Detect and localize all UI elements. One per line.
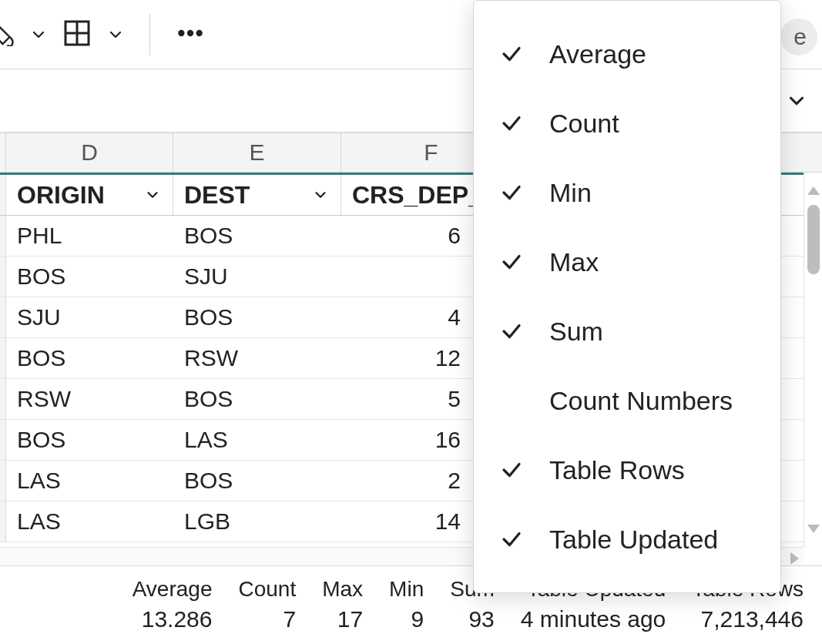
summary-label: Average: [133, 575, 213, 604]
summary-label: Count: [238, 575, 296, 604]
column-letter[interactable]: D: [6, 133, 173, 172]
check-icon-empty: [494, 383, 529, 418]
cell-origin[interactable]: PHL: [6, 216, 173, 256]
cell-crs[interactable]: 5: [341, 379, 472, 419]
filter-dropdown-icon[interactable]: [142, 184, 163, 206]
borders-dropdown[interactable]: [106, 25, 125, 44]
summary-context-menu: Average Count Min Max Sum Count Numbers …: [473, 0, 781, 593]
svg-point-3: [179, 30, 184, 35]
scroll-right-icon[interactable]: [790, 552, 799, 565]
secondary-bar-expand[interactable]: [785, 89, 808, 112]
row-gutter: [0, 257, 6, 297]
column-header-label: CRS_DEP_: [352, 181, 482, 210]
paint-bucket-icon[interactable]: [0, 23, 15, 46]
row-gutter: [0, 379, 6, 419]
check-icon: [494, 522, 529, 557]
check-icon: [494, 314, 529, 349]
toolbar-group-paint: [8, 23, 48, 46]
cell-crs[interactable]: 12: [341, 338, 472, 378]
menu-item-label: Min: [549, 178, 592, 208]
borders-icon[interactable]: [62, 18, 92, 52]
cell-crs[interactable]: 2: [341, 461, 472, 501]
column-letter[interactable]: E: [173, 133, 341, 172]
cell-crs[interactable]: 16: [341, 420, 472, 460]
summary-min[interactable]: Min 9: [389, 575, 424, 635]
menu-item-label: Max: [549, 247, 599, 277]
column-header-dest[interactable]: DEST: [173, 175, 341, 215]
cell-crs[interactable]: 14: [341, 501, 472, 542]
cell-dest[interactable]: BOS: [173, 216, 341, 256]
column-header-label: ORIGIN: [17, 181, 105, 210]
cell-dest[interactable]: RSW: [173, 338, 341, 378]
cell-origin[interactable]: RSW: [6, 379, 173, 419]
menu-item-table-rows[interactable]: Table Rows: [474, 435, 780, 505]
menu-item-table-updated[interactable]: Table Updated: [474, 505, 780, 574]
row-gutter: [0, 420, 6, 460]
menu-item-max[interactable]: Max: [474, 227, 780, 297]
scroll-thumb[interactable]: [807, 205, 820, 274]
summary-label: Min: [389, 575, 424, 604]
paint-bucket-dropdown[interactable]: [29, 25, 48, 44]
cell-dest[interactable]: BOS: [173, 379, 341, 419]
scroll-down-icon[interactable]: [807, 525, 820, 533]
cell-crs[interactable]: [341, 257, 472, 297]
row-gutter: [0, 461, 6, 501]
cell-origin[interactable]: BOS: [6, 420, 173, 460]
summary-average[interactable]: Average 13.286: [133, 575, 213, 635]
cell-crs[interactable]: 6: [341, 216, 472, 256]
row-gutter: [0, 297, 6, 337]
toolbar-group-borders: [62, 18, 125, 52]
column-header-label: DEST: [184, 181, 250, 210]
cell-dest[interactable]: BOS: [173, 297, 341, 337]
menu-item-label: Count: [549, 109, 619, 139]
summary-value: 9: [411, 604, 424, 636]
svg-point-4: [188, 30, 193, 35]
menu-item-label: Table Rows: [549, 455, 685, 485]
check-icon: [494, 106, 529, 141]
row-gutter: [0, 133, 6, 172]
summary-value: 4 minutes ago: [521, 604, 666, 636]
scroll-up-icon[interactable]: [807, 186, 820, 195]
menu-item-label: Sum: [549, 317, 603, 347]
svg-point-5: [196, 30, 202, 35]
column-header-origin[interactable]: ORIGIN: [6, 175, 173, 215]
check-icon: [494, 452, 529, 488]
summary-label: Max: [322, 575, 363, 604]
menu-item-count-numbers[interactable]: Count Numbers: [474, 366, 780, 435]
row-gutter: [0, 501, 6, 542]
menu-item-label: Average: [549, 39, 646, 69]
summary-value: 93: [468, 604, 494, 636]
cell-origin[interactable]: BOS: [6, 257, 173, 297]
summary-value: 13.286: [142, 604, 213, 636]
toolbar-pill[interactable]: e: [780, 18, 817, 55]
check-icon: [494, 175, 529, 210]
cell-dest[interactable]: LGB: [173, 501, 341, 542]
menu-item-label: Count Numbers: [549, 386, 733, 416]
more-icon[interactable]: [175, 18, 206, 52]
menu-item-sum[interactable]: Sum: [474, 297, 780, 366]
cell-dest[interactable]: BOS: [173, 461, 341, 501]
menu-item-average[interactable]: Average: [474, 19, 780, 89]
summary-max[interactable]: Max 17: [322, 575, 363, 635]
vertical-scrollbar[interactable]: [804, 173, 822, 547]
cell-dest[interactable]: LAS: [173, 420, 341, 460]
cell-origin[interactable]: BOS: [6, 338, 173, 378]
filter-dropdown-icon[interactable]: [310, 184, 331, 206]
check-icon: [494, 244, 529, 280]
cell-origin[interactable]: LAS: [6, 461, 173, 501]
summary-count[interactable]: Count 7: [238, 575, 296, 635]
toolbar-separator: [149, 14, 150, 55]
cell-origin[interactable]: LAS: [6, 501, 173, 542]
row-gutter: [0, 216, 6, 256]
row-gutter: [0, 338, 6, 378]
cell-crs[interactable]: 4: [341, 297, 472, 337]
check-icon: [494, 36, 529, 72]
cell-dest[interactable]: SJU: [173, 257, 341, 297]
menu-item-label: Table Updated: [549, 525, 718, 555]
menu-item-count[interactable]: Count: [474, 89, 780, 158]
menu-item-min[interactable]: Min: [474, 158, 780, 227]
summary-value: 7: [284, 604, 297, 636]
cell-origin[interactable]: SJU: [6, 297, 173, 337]
summary-value: 7,213,446: [701, 604, 804, 636]
row-gutter: [0, 175, 6, 215]
